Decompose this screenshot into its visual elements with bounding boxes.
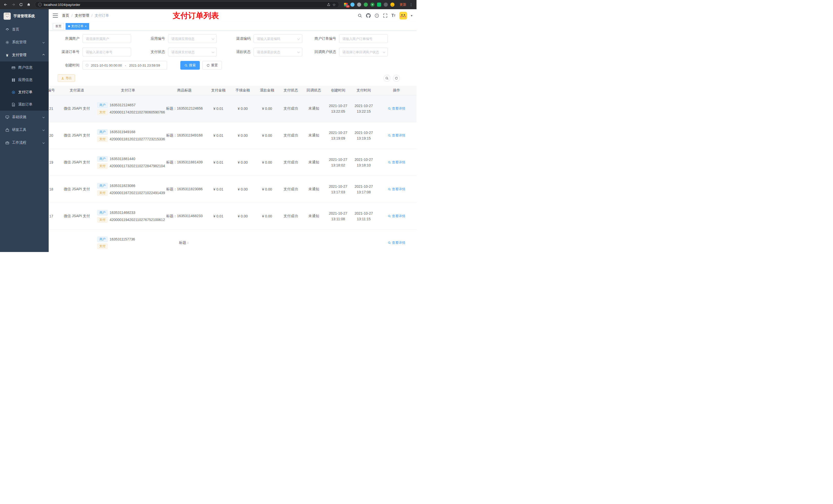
owner-merchant-input[interactable]: [82, 34, 131, 43]
cell-refund: ¥ 0.00: [255, 203, 279, 230]
extension-blue-icon[interactable]: [351, 3, 355, 7]
app-no-select[interactable]: [168, 34, 217, 43]
merchant-order-no-input[interactable]: [339, 34, 388, 43]
help-icon[interactable]: ?: [375, 13, 379, 18]
extension-colorful-icon[interactable]: 10: [344, 3, 348, 7]
view-detail-label: 查看详情: [392, 106, 405, 111]
view-detail-link[interactable]: 查看详情: [388, 160, 405, 165]
tab-pay-order[interactable]: 支付订单 ×: [66, 23, 89, 30]
search-button[interactable]: 搜索: [180, 61, 200, 70]
logo-image: [4, 13, 11, 20]
sidebar-item-merchant-info[interactable]: 商户信息: [0, 62, 49, 74]
column-header: 支付金额: [206, 86, 231, 95]
extension-green-icon[interactable]: [364, 3, 368, 7]
sidebar-item-pay-order[interactable]: 支付订单: [0, 86, 49, 98]
extension-gray-icon[interactable]: [357, 3, 361, 7]
fullscreen-icon[interactable]: [383, 13, 387, 18]
extension-dark-icon[interactable]: [384, 3, 388, 7]
reload-button[interactable]: [18, 2, 24, 8]
channel-code-select[interactable]: [254, 34, 302, 43]
back-button[interactable]: [3, 2, 9, 8]
extension-chat-icon[interactable]: [377, 3, 381, 7]
filter-label: 支付状态: [139, 50, 168, 54]
app-logo[interactable]: 芋道管理系统: [0, 9, 49, 23]
search-icon[interactable]: [358, 13, 362, 18]
search-button-label: 搜索: [189, 63, 196, 68]
extension-v-icon[interactable]: V: [371, 3, 375, 7]
merchant-order-no: 1635311468233: [110, 210, 135, 215]
sidebar-item-infrastructure[interactable]: 基础设施: [0, 111, 49, 123]
column-header: 支付状态: [279, 86, 302, 95]
filter-label: 所属商户: [54, 37, 82, 41]
cell-refund: [255, 230, 279, 252]
cell-notify-status: 未通知: [302, 176, 325, 203]
share-icon[interactable]: [327, 3, 330, 6]
sidebar-item-refund-order[interactable]: 退款订单: [0, 98, 49, 111]
cell-channel: 微信 JSAPI 支付: [60, 122, 94, 149]
yen-icon: ¥: [5, 53, 9, 57]
breadcrumb-separator: /: [71, 14, 72, 18]
cell-notify-status: 未通知: [302, 203, 325, 230]
breadcrumb-current: 支付订单: [95, 13, 109, 18]
table-search-button[interactable]: [383, 75, 390, 82]
view-detail-link[interactable]: 查看详情: [388, 214, 405, 218]
github-icon[interactable]: [366, 13, 371, 18]
breadcrumb-home[interactable]: 首页: [62, 13, 69, 18]
notify-status-select[interactable]: [339, 48, 388, 56]
table-row: 18 微信 JSAPI 支付 商户 1635311823086 支付 42000…: [49, 176, 416, 203]
font-size-icon[interactable]: TT: [391, 13, 396, 18]
sidebar-item-app-info[interactable]: 应用信息: [0, 74, 49, 86]
bookmark-star-icon[interactable]: ☆: [332, 3, 336, 7]
view-detail-link[interactable]: 查看详情: [388, 133, 405, 138]
browser-menu-icon[interactable]: ⋮: [408, 3, 414, 7]
title-prefix: 标题：: [179, 240, 190, 245]
view-detail-link[interactable]: 查看详情: [388, 106, 405, 111]
table-row: 19 微信 JSAPI 支付 商户 1635311881440 支付 42000…: [49, 149, 416, 176]
channel-order-no-input[interactable]: [82, 48, 131, 56]
sidebar-item-system[interactable]: 系统管理: [0, 36, 49, 49]
cell-pay-order: 商户 1635311157736 支付: [94, 230, 163, 252]
forward-button[interactable]: [10, 2, 16, 8]
url-bar[interactable]: i localhost:1024/pay/order ☆: [35, 1, 339, 8]
create-time-range-picker[interactable]: 2021-10-01 00:00:00 - 2021-10-31 23:59:5…: [82, 61, 167, 70]
cell-title: 标题：1635311949168: [163, 122, 206, 149]
sidebar-item-label: 系统管理: [12, 40, 40, 45]
merchant-tag: 商户: [97, 237, 108, 242]
chevron-down-icon: [43, 129, 45, 131]
browser-toolbar: i localhost:1024/pay/order ☆ 10 V 更新 ⋮: [0, 0, 416, 9]
table-refresh-button[interactable]: [393, 75, 400, 82]
tab-home[interactable]: 首页: [53, 23, 64, 30]
sidebar-item-workflow[interactable]: 工作流程: [0, 136, 49, 149]
sidebar-item-home[interactable]: 首页: [0, 23, 49, 36]
search-icon: [385, 77, 388, 80]
view-detail-link[interactable]: 查看详情: [388, 240, 405, 245]
cell-pay-order: 商户 1635311949168 支付 42000011812021102777…: [94, 122, 163, 149]
extension-face-icon[interactable]: [390, 3, 395, 7]
bank-card-icon: [11, 66, 15, 70]
cell-created-time: 2021-10-27 13:19:09: [325, 122, 351, 149]
breadcrumb-payment[interactable]: 支付管理: [75, 13, 89, 18]
view-detail-link[interactable]: 查看详情: [388, 187, 405, 192]
cell-fee: ¥ 0.00: [231, 176, 255, 203]
export-button[interactable]: 导出: [57, 74, 75, 82]
chevron-down-icon[interactable]: ▾: [411, 14, 412, 18]
browser-update-button[interactable]: 更新: [400, 2, 406, 7]
sidebar-item-payment[interactable]: ¥ 支付管理: [0, 49, 49, 62]
refund-status-select[interactable]: [254, 48, 302, 56]
cell-id: 21: [49, 95, 60, 122]
reset-button[interactable]: 重置: [203, 61, 222, 70]
sidebar-item-dev-tools[interactable]: 研发工具: [0, 123, 49, 136]
magnifier-icon: [388, 241, 391, 244]
home-button[interactable]: [26, 2, 32, 8]
pay-status-select[interactable]: [168, 48, 217, 56]
title-value: 1635311468233: [177, 214, 203, 218]
column-header: 支付时间: [351, 86, 377, 95]
filter-label: 渠道订单号: [54, 50, 82, 54]
hamburger-icon[interactable]: [53, 14, 58, 18]
column-header: 退款金额: [255, 86, 279, 95]
avatar[interactable]: [399, 12, 407, 20]
title-value: 1635311881439: [177, 160, 203, 164]
cell-pay-order: 商户 1635311823086 支付 42000011672021102710…: [94, 176, 163, 203]
site-info-icon[interactable]: i: [38, 3, 42, 6]
close-icon[interactable]: ×: [85, 25, 87, 28]
